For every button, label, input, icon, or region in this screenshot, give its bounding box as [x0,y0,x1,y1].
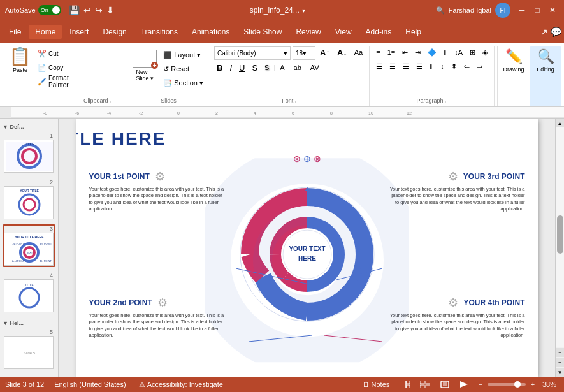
redo-icon[interactable]: ↪ [95,5,103,15]
menu-slideshow[interactable]: Slide Show [237,25,288,39]
search-icon[interactable]: 🔍 [436,6,445,15]
section-button[interactable]: 📑 Section ▾ [161,76,206,89]
strikethrough-button[interactable]: S [249,61,260,74]
slide-thumb-6[interactable]: 6 A B [3,374,55,377]
columns-button[interactable]: ⫿ [441,46,450,59]
character-spacing-button[interactable]: AV [308,61,322,74]
font-dialog-icon[interactable]: ⌞ [295,98,298,104]
italic-button[interactable]: I [227,61,235,74]
undo-icon[interactable]: ↩ [83,5,91,15]
menu-design[interactable]: Design [96,25,133,39]
format-painter-button[interactable]: 🖌️Format Painter [35,75,71,88]
underline-button[interactable]: U [236,61,247,74]
menu-file[interactable]: File [3,25,27,39]
align-text-button[interactable]: ⊞ [467,46,478,59]
menu-view[interactable]: View [329,25,358,39]
slide-canvas[interactable]: YOUR TITLE HERE ⊗ ⊕ ⊗ [76,119,538,377]
customize-icon[interactable]: ⬇ [106,5,114,15]
section-def[interactable]: ▼ Def... [3,121,55,131]
numbering-button[interactable]: 1≡ [385,46,398,59]
zoom-slider[interactable] [488,383,526,386]
highlight-button[interactable]: ab [291,61,306,74]
justify-button[interactable]: ☰ [414,60,425,73]
clipboard-dialog-icon[interactable]: ⌞ [110,98,112,104]
slide-thumb-2[interactable]: 2 YOUR TITLE [3,178,55,221]
layout-button[interactable]: ⬛ Layout ▾ [161,48,206,61]
rtl-button[interactable]: ⇐ [461,60,472,73]
view-reading-button[interactable] [438,380,452,389]
align-right-button[interactable]: ☰ [400,60,412,73]
share-icon[interactable]: ↗ [540,27,548,37]
decrease-font-button[interactable]: A↓ [335,46,350,59]
slide-thumb-4[interactable]: 4 TITLE [3,271,55,314]
menu-home[interactable]: Home [29,25,62,39]
paste-button[interactable]: 📋 Paste [6,46,34,106]
bold-button[interactable]: B [214,61,225,74]
minimize-button[interactable]: ─ [516,4,528,17]
copy-button[interactable]: 📄Copy [35,61,71,74]
zoom-out-button[interactable]: − [556,358,565,367]
scroll-track[interactable] [556,127,565,347]
increase-font-button[interactable]: A↑ [317,46,333,59]
vertical-scrollbar[interactable]: ▲ + − ▼ [555,119,564,377]
increase-indent-button[interactable]: ⇥ [412,46,423,59]
zoom-in-button[interactable]: + [556,348,565,357]
notes-button[interactable]: 🗒 Notes [360,380,393,389]
menu-animations[interactable]: Animations [185,25,236,39]
convert-smartart-button[interactable]: ◈ [480,46,490,59]
slide-thumb-3[interactable]: 3 YOUR TITLE HERE TEXT 1st POINT 3rd POI… [3,224,55,267]
menu-help[interactable]: Help [399,25,428,39]
avatar[interactable]: FI [495,3,510,18]
maximize-button[interactable]: □ [531,4,544,17]
editing-button[interactable]: 🔍 Editing [530,46,561,106]
zoom-level-button[interactable]: 38% [540,380,559,389]
reset-button[interactable]: ↺ Reset [161,62,206,75]
align-left-button[interactable]: ☰ [373,60,385,73]
font-size-selector[interactable]: 18 ▾ [293,46,315,60]
scroll-down-button[interactable]: ▼ [556,368,565,377]
para-dialog-icon[interactable]: ⌞ [445,98,447,104]
new-slide-button[interactable]: + NewSlide ▾ [131,48,158,83]
autosave-toggle[interactable]: On [38,5,61,15]
menu-addins[interactable]: Add-ins [359,25,398,39]
bullets-button[interactable]: ≡ [373,46,382,59]
dropdown-icon[interactable]: ▾ [302,7,305,14]
menu-review[interactable]: Review [289,25,327,39]
point-2-area: YOUR 2nd POINT ⚙ Your text goes here, cu… [89,296,226,339]
drawing-button[interactable]: ✏️ Drawing [498,46,530,106]
smartart-button[interactable]: 🔷 [425,46,439,59]
view-normal-button[interactable] [397,380,412,389]
ltr-button[interactable]: ⇒ [474,60,485,73]
zoom-minus-button[interactable]: − [479,381,482,388]
accessibility-button[interactable]: ⚠ Accessibility: Investigate [136,380,226,389]
clear-format-button[interactable]: Aa [352,46,365,59]
menu-insert[interactable]: Insert [63,25,95,39]
language-button[interactable]: English (United States) [52,380,129,389]
text-direction-button[interactable]: ↕A [452,46,465,59]
view-slide-sorter-button[interactable] [417,380,433,389]
section-hel[interactable]: ▼ Hel... [3,317,55,328]
line-spacing-button[interactable]: ↕ [438,60,447,73]
slide-thumb-5[interactable]: 5 Slide 5 [3,328,55,370]
decrease-indent-button[interactable]: ⇤ [400,46,410,59]
zoom-plus-button[interactable]: + [531,381,535,388]
align-center-button[interactable]: ☰ [387,60,398,73]
menu-transitions[interactable]: Transitions [134,25,184,39]
scroll-thumb[interactable] [557,215,563,254]
slide-thumb-1[interactable]: 1 TITLE [3,131,55,174]
para-spacing-button[interactable]: ⬍ [449,60,459,73]
close-button[interactable]: ✕ [546,4,559,17]
font-name-selector[interactable]: Calibri (Body) ▾ [214,46,291,60]
columns2-button[interactable]: ⫿ [427,60,436,73]
cut-label: Cut [48,50,59,57]
view-slideshow-button[interactable] [457,380,471,389]
zoom-slider-thumb[interactable] [514,381,521,388]
save-icon[interactable]: 💾 [69,5,80,15]
shadow-button[interactable]: S [262,61,271,74]
font-color-button[interactable]: A [277,61,289,74]
scroll-up-button[interactable]: ▲ [556,119,565,127]
dictate-button[interactable]: 🎤 Dictate [561,46,564,106]
ruler-corner [0,107,11,119]
comments-icon[interactable]: 💬 [551,27,561,37]
cut-button[interactable]: ✂️Cut [35,47,71,60]
